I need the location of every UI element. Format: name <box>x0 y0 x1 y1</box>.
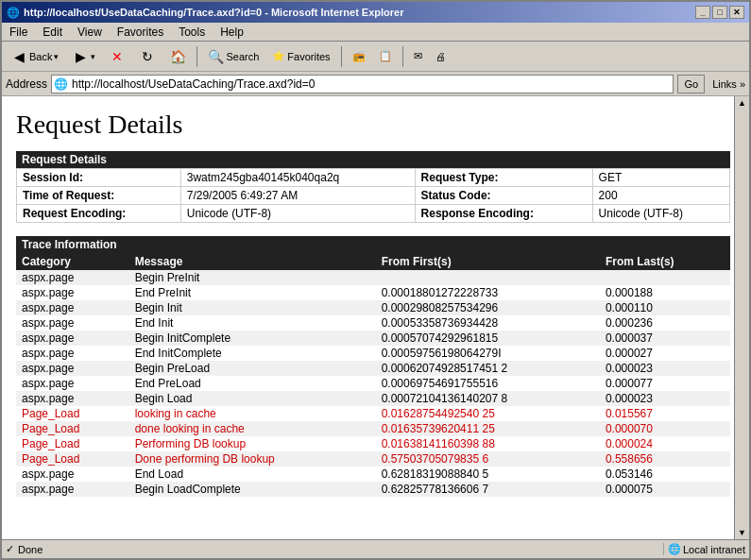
scrollbar[interactable]: ▲ ▼ <box>734 96 749 539</box>
menu-bar: File Edit View Favorites Tools Help <box>2 23 749 42</box>
session-id-label: Session Id: <box>17 169 181 187</box>
request-details-header: Request Details <box>16 151 730 168</box>
cell-from-last: 0.000023 <box>600 361 730 376</box>
cell-message: Begin Init <box>129 300 376 315</box>
toolbar-separator-3 <box>402 46 403 67</box>
cell-from-first: 0.62825778136606 7 <box>376 482 600 497</box>
status-icon: ✓ <box>6 543 14 555</box>
address-input[interactable] <box>70 77 673 91</box>
table-row: aspx.pageEnd PreInit0.000188012722287330… <box>16 285 730 300</box>
forward-dropdown-icon: ▾ <box>91 52 95 61</box>
history-button[interactable]: 📋 <box>374 44 397 69</box>
menu-tools[interactable]: Tools <box>175 25 209 40</box>
status-text: Done <box>18 544 659 555</box>
menu-help[interactable]: Help <box>216 25 247 40</box>
table-row: Page_LoadPerforming DB lookup0.016381411… <box>16 436 730 451</box>
favorites-button[interactable]: ⭐ Favorites <box>267 44 334 69</box>
cell-category: aspx.page <box>16 467 129 482</box>
go-button[interactable]: Go <box>677 75 705 93</box>
cell-category: Page_Load <box>16 421 129 436</box>
cell-message: End Load <box>129 467 376 482</box>
trace-info-header: Trace Information <box>16 236 730 253</box>
cell-from-first: 0.00059756198064279I <box>376 346 600 361</box>
back-button[interactable]: ◀ Back ▾ <box>6 44 63 69</box>
cell-from-first: 0.00029808257534296 <box>376 300 600 315</box>
cell-message: Begin Load <box>129 391 376 406</box>
maximize-button[interactable]: □ <box>712 6 727 19</box>
table-row: aspx.pageBegin Init0.000298082575342960.… <box>16 300 730 315</box>
cell-message: End PreInit <box>129 285 376 300</box>
cell-from-last: 0.000236 <box>600 315 730 331</box>
cell-from-last: 0.053146 <box>600 467 730 482</box>
table-row: Page_LoadDone performing DB lookup0.5750… <box>16 451 730 467</box>
status-code-label: Status Code: <box>415 187 592 205</box>
refresh-icon: ↻ <box>139 48 156 65</box>
table-row: aspx.pageBegin PreLoad0.0006207492851745… <box>16 361 730 376</box>
home-button[interactable]: 🏠 <box>164 44 191 69</box>
cell-from-first: 0.01635739620411 25 <box>376 421 600 436</box>
time-value: 7/29/2005 6:49:27 AM <box>180 187 415 205</box>
cell-from-first: 0.00069754691755516 <box>376 376 600 391</box>
mail-button[interactable]: ✉ <box>409 44 427 69</box>
print-button[interactable]: 🖨 <box>431 44 451 69</box>
cell-from-last: 0.000024 <box>600 436 730 451</box>
cell-category: Page_Load <box>16 406 129 421</box>
cell-from-first <box>376 270 600 285</box>
close-button[interactable]: ✕ <box>729 6 744 19</box>
search-button[interactable]: 🔍 Search <box>203 44 264 69</box>
menu-edit[interactable]: Edit <box>39 25 66 40</box>
table-row: aspx.pageBegin Load0.00072104136140207 8… <box>16 391 730 406</box>
forward-button[interactable]: ▶ ▾ <box>67 44 100 69</box>
cell-message: End Init <box>129 315 376 331</box>
links-button[interactable]: Links » <box>712 78 745 90</box>
col-message: Message <box>129 253 376 270</box>
request-type-label: Request Type: <box>415 169 592 187</box>
cell-message: Begin InitComplete <box>129 331 376 346</box>
home-icon: 🏠 <box>169 48 186 65</box>
table-row: Page_Loadlooking in cache0.0162875449254… <box>16 406 730 421</box>
cell-category: Page_Load <box>16 451 129 467</box>
table-row: aspx.pageEnd InitComplete0.0005975619806… <box>16 346 730 361</box>
cell-message: Begin PreLoad <box>129 361 376 376</box>
cell-from-last: 0.000075 <box>600 482 730 497</box>
cell-from-first: 0.62818319088840 5 <box>376 467 600 482</box>
mail-icon: ✉ <box>414 50 422 62</box>
cell-from-first: 0.00053358736934428 <box>376 315 600 331</box>
media-button[interactable]: 📻 <box>348 44 370 69</box>
page-icon: 🌐 <box>52 77 70 91</box>
status-code-value: 200 <box>592 187 729 205</box>
trace-table-container: Category Message From First(s) From Last… <box>16 253 730 497</box>
favorites-icon: ⭐ <box>272 50 285 62</box>
menu-view[interactable]: View <box>74 25 106 40</box>
col-from-first: From First(s) <box>376 253 600 270</box>
table-row: aspx.pageEnd PreLoad0.000697546917555160… <box>16 376 730 391</box>
cell-from-first: 0.01628754492540 25 <box>376 406 600 421</box>
menu-file[interactable]: File <box>6 25 31 40</box>
title-bar-controls: _ □ ✕ <box>695 6 744 19</box>
minimize-button[interactable]: _ <box>695 6 710 19</box>
toolbar-separator <box>196 46 197 67</box>
col-from-last: From Last(s) <box>600 253 730 270</box>
zone-indicator: 🌐 Local intranet <box>663 543 745 555</box>
search-icon: 🔍 <box>208 49 224 64</box>
cell-category: aspx.page <box>16 270 129 285</box>
print-icon: 🖨 <box>435 51 446 62</box>
title-bar: 🌐 http://localhost/UseDataCaching/Trace.… <box>2 2 749 23</box>
history-icon: 📋 <box>379 50 392 62</box>
cell-from-last: 0.000188 <box>600 285 730 300</box>
page-heading: Request Details <box>16 110 730 140</box>
toolbar-separator-2 <box>341 46 342 67</box>
request-type-value: GET <box>592 169 729 187</box>
forward-icon: ▶ <box>72 48 89 65</box>
menu-favorites[interactable]: Favorites <box>113 25 167 40</box>
status-bar: ✓ Done 🌐 Local intranet <box>2 539 749 558</box>
table-row: aspx.pageEnd Load0.62818319088840 50.053… <box>16 467 730 482</box>
cell-from-last: 0.000070 <box>600 421 730 436</box>
response-encoding-value: Unicode (UTF-8) <box>592 205 729 223</box>
cell-from-last <box>600 270 730 285</box>
refresh-button[interactable]: ↻ <box>134 44 161 69</box>
cell-message: looking in cache <box>129 406 376 421</box>
stop-button[interactable]: ✕ <box>104 44 130 69</box>
cell-from-first: 0.01638141160398 88 <box>376 436 600 451</box>
cell-from-first: 0.57503705079835 6 <box>376 451 600 467</box>
